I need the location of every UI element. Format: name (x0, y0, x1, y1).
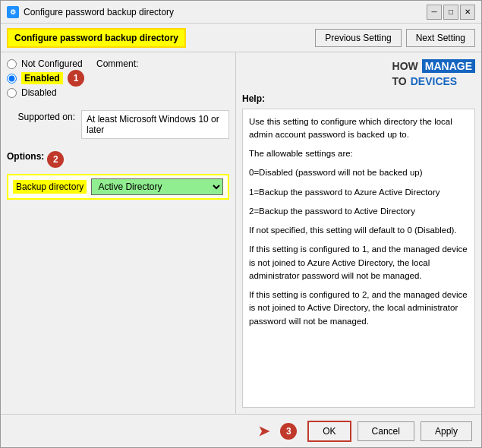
annotation-badge-3: 3 (280, 423, 297, 440)
window-title: Configure password backup directory (24, 7, 174, 17)
help-para-5: 2=Backup the password to Active Director… (249, 205, 468, 218)
toolbar: Configure password backup directory Prev… (1, 24, 481, 52)
config-section: Comment: Not Configured Enabled 1 Disabl… (7, 58, 229, 107)
comment-label: Comment: (96, 58, 138, 69)
logo-area: HOW MANAGE TO DEVICES (242, 58, 475, 89)
backup-dir-text: Backup directory (13, 180, 87, 194)
title-bar: ⚙ Configure password backup directory ─ … (1, 1, 481, 24)
help-para-4: 1=Backup the password to Azure Active Di… (249, 186, 468, 199)
toolbar-buttons: Previous Setting Next Setting (315, 29, 475, 47)
window-icon: ⚙ (7, 6, 19, 18)
logo-how: HOW (392, 60, 418, 72)
next-setting-button[interactable]: Next Setting (406, 29, 475, 47)
help-box[interactable]: Use this setting to configure which dire… (242, 109, 475, 408)
logo-to: TO (392, 75, 407, 87)
options-label: Options: (7, 151, 44, 162)
left-panel: Comment: Not Configured Enabled 1 Disabl… (1, 52, 236, 414)
not-configured-input[interactable] (7, 59, 17, 69)
help-para-8: If this setting is configured to 2, and … (249, 289, 468, 328)
disabled-radio[interactable]: Disabled (7, 87, 229, 98)
right-panel: HOW MANAGE TO DEVICES Help: Use this set… (236, 52, 481, 414)
enabled-radio[interactable]: Enabled 1 (7, 72, 229, 84)
help-para-2: The allowable settings are: (249, 147, 468, 160)
logo-manage: MANAGE (422, 59, 475, 73)
logo-devices: DEVICES (411, 75, 457, 87)
howto-manage-devices-logo: HOW MANAGE TO DEVICES (392, 58, 475, 89)
annotation-badge-1: 1 (68, 70, 84, 87)
window-controls: ─ □ ✕ (427, 5, 475, 20)
enabled-label: Enabled (21, 72, 63, 84)
apply-button[interactable]: Apply (421, 421, 472, 441)
help-para-3: 0=Disabled (password will not be backed … (249, 166, 468, 179)
disabled-label: Disabled (21, 87, 57, 98)
main-window: ⚙ Configure password backup directory ─ … (0, 0, 482, 448)
footer: ➤ 3 OK Cancel Apply (1, 414, 481, 447)
supported-value: At least Microsoft Windows 10 or later (81, 110, 229, 139)
not-configured-label: Not Configured (21, 58, 83, 69)
minimize-button[interactable]: ─ (427, 5, 442, 20)
options-section: Options: 2 Backup directory Active Direc… (7, 151, 229, 200)
help-label: Help: (242, 93, 475, 104)
enabled-input[interactable] (7, 74, 17, 84)
content-area: Comment: Not Configured Enabled 1 Disabl… (1, 52, 481, 414)
supported-row: Supported on: At least Microsoft Windows… (7, 110, 229, 139)
previous-setting-button[interactable]: Previous Setting (315, 29, 401, 47)
close-button[interactable]: ✕ (460, 5, 475, 20)
disabled-input[interactable] (7, 88, 17, 98)
cancel-button[interactable]: Cancel (358, 421, 414, 441)
help-para-7: If this setting is configured to 1, and … (249, 243, 468, 282)
ok-button[interactable]: OK (307, 421, 351, 442)
help-para-6: If not specified, this setting will defa… (249, 224, 468, 237)
arrow-annotation-3: ➤ (258, 423, 269, 440)
help-para-1: Use this setting to configure which dire… (249, 115, 468, 142)
backup-dir-select[interactable]: Active Directory Azure Active Directory … (91, 178, 223, 195)
supported-label: Supported on: (7, 110, 75, 122)
backup-dir-row: Backup directory Active Directory Azure … (7, 174, 229, 200)
maximize-button[interactable]: □ (443, 5, 458, 20)
annotation-badge-2: 2 (47, 151, 64, 168)
policy-title-badge: Configure password backup directory (7, 28, 186, 48)
